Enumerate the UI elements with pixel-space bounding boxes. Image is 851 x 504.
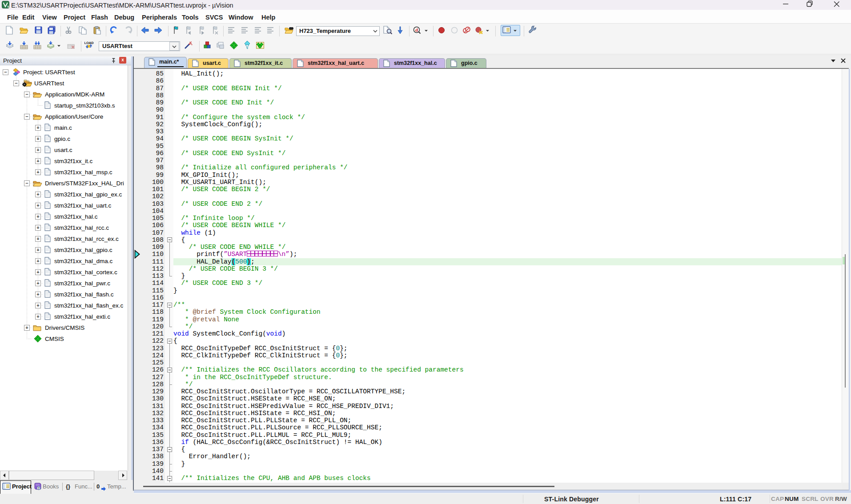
svg-text:?: ? <box>38 486 40 490</box>
svg-text:d: d <box>415 27 418 32</box>
svg-text:s: s <box>8 5 9 8</box>
svg-text:LOAD: LOAD <box>84 41 94 45</box>
